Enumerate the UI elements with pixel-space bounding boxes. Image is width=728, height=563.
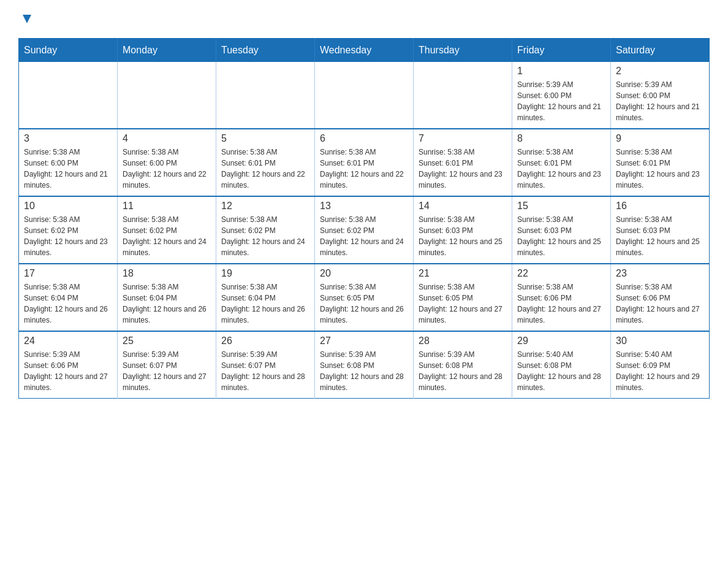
day-info: Sunrise: 5:38 AM Sunset: 6:06 PM Dayligh… [616,282,704,326]
day-info: Sunrise: 5:38 AM Sunset: 6:02 PM Dayligh… [123,214,211,258]
table-cell [19,62,118,129]
day-info: Sunrise: 5:39 AM Sunset: 6:08 PM Dayligh… [419,349,507,393]
table-cell: 1Sunrise: 5:39 AM Sunset: 6:00 PM Daylig… [512,62,611,129]
table-cell: 23Sunrise: 5:38 AM Sunset: 6:06 PM Dayli… [611,264,710,331]
logo [18,12,34,28]
day-number: 30 [616,335,704,347]
day-number: 3 [24,133,112,144]
table-cell: 5Sunrise: 5:38 AM Sunset: 6:01 PM Daylig… [216,129,315,196]
table-cell: 29Sunrise: 5:40 AM Sunset: 6:08 PM Dayli… [512,331,611,399]
day-info: Sunrise: 5:39 AM Sunset: 6:00 PM Dayligh… [517,79,605,123]
day-info: Sunrise: 5:40 AM Sunset: 6:08 PM Dayligh… [517,349,605,393]
day-info: Sunrise: 5:38 AM Sunset: 6:04 PM Dayligh… [123,282,211,326]
day-info: Sunrise: 5:38 AM Sunset: 6:02 PM Dayligh… [320,214,408,258]
day-info: Sunrise: 5:39 AM Sunset: 6:07 PM Dayligh… [221,349,309,393]
table-cell [216,62,315,129]
weekday-header-monday: Monday [118,39,216,63]
day-info: Sunrise: 5:39 AM Sunset: 6:00 PM Dayligh… [616,79,704,123]
day-info: Sunrise: 5:39 AM Sunset: 6:07 PM Dayligh… [123,349,211,393]
day-number: 23 [616,268,704,279]
day-number: 8 [517,133,605,144]
table-cell: 7Sunrise: 5:38 AM Sunset: 6:01 PM Daylig… [414,129,512,196]
day-number: 10 [24,201,112,212]
day-info: Sunrise: 5:38 AM Sunset: 6:04 PM Dayligh… [24,282,112,326]
table-cell: 8Sunrise: 5:38 AM Sunset: 6:01 PM Daylig… [512,129,611,196]
table-cell [414,62,512,129]
weekday-header-tuesday: Tuesday [216,39,315,63]
table-cell: 24Sunrise: 5:39 AM Sunset: 6:06 PM Dayli… [19,331,118,399]
table-cell: 6Sunrise: 5:38 AM Sunset: 6:01 PM Daylig… [315,129,414,196]
day-info: Sunrise: 5:38 AM Sunset: 6:05 PM Dayligh… [320,282,408,326]
table-cell: 3Sunrise: 5:38 AM Sunset: 6:00 PM Daylig… [19,129,118,196]
week-row-4: 17Sunrise: 5:38 AM Sunset: 6:04 PM Dayli… [19,264,710,331]
table-cell: 21Sunrise: 5:38 AM Sunset: 6:05 PM Dayli… [414,264,512,331]
day-number: 21 [419,268,507,279]
day-info: Sunrise: 5:38 AM Sunset: 6:01 PM Dayligh… [320,147,408,191]
day-info: Sunrise: 5:38 AM Sunset: 6:03 PM Dayligh… [517,214,605,258]
table-cell: 20Sunrise: 5:38 AM Sunset: 6:05 PM Dayli… [315,264,414,331]
weekday-header-sunday: Sunday [19,39,118,63]
day-number: 6 [320,133,408,144]
day-info: Sunrise: 5:40 AM Sunset: 6:09 PM Dayligh… [616,349,704,393]
day-number: 27 [320,335,408,347]
day-number: 20 [320,268,408,279]
day-info: Sunrise: 5:38 AM Sunset: 6:01 PM Dayligh… [419,147,507,191]
table-cell: 27Sunrise: 5:39 AM Sunset: 6:08 PM Dayli… [315,331,414,399]
day-number: 4 [123,133,211,144]
calendar-table: SundayMondayTuesdayWednesdayThursdayFrid… [18,38,710,399]
day-number: 14 [419,201,507,212]
day-number: 7 [419,133,507,144]
day-number: 5 [221,133,309,144]
day-info: Sunrise: 5:38 AM Sunset: 6:00 PM Dayligh… [123,147,211,191]
table-cell: 26Sunrise: 5:39 AM Sunset: 6:07 PM Dayli… [216,331,315,399]
week-row-3: 10Sunrise: 5:38 AM Sunset: 6:02 PM Dayli… [19,196,710,264]
table-cell: 18Sunrise: 5:38 AM Sunset: 6:04 PM Dayli… [118,264,216,331]
day-info: Sunrise: 5:38 AM Sunset: 6:05 PM Dayligh… [419,282,507,326]
day-info: Sunrise: 5:38 AM Sunset: 6:02 PM Dayligh… [24,214,112,258]
day-info: Sunrise: 5:38 AM Sunset: 6:01 PM Dayligh… [221,147,309,191]
table-cell: 25Sunrise: 5:39 AM Sunset: 6:07 PM Dayli… [118,331,216,399]
day-info: Sunrise: 5:38 AM Sunset: 6:03 PM Dayligh… [419,214,507,258]
day-number: 2 [616,66,704,77]
weekday-header-saturday: Saturday [611,39,710,63]
day-number: 26 [221,335,309,347]
day-number: 17 [24,268,112,279]
day-info: Sunrise: 5:38 AM Sunset: 6:03 PM Dayligh… [616,214,704,258]
day-number: 15 [517,201,605,212]
table-cell: 15Sunrise: 5:38 AM Sunset: 6:03 PM Dayli… [512,196,611,264]
day-number: 1 [517,66,605,77]
table-cell: 10Sunrise: 5:38 AM Sunset: 6:02 PM Dayli… [19,196,118,264]
table-cell [315,62,414,129]
weekday-header-thursday: Thursday [414,39,512,63]
day-number: 16 [616,201,704,212]
day-number: 24 [24,335,112,347]
day-number: 25 [123,335,211,347]
table-cell: 4Sunrise: 5:38 AM Sunset: 6:00 PM Daylig… [118,129,216,196]
day-number: 19 [221,268,309,279]
table-cell: 12Sunrise: 5:38 AM Sunset: 6:02 PM Dayli… [216,196,315,264]
day-info: Sunrise: 5:38 AM Sunset: 6:04 PM Dayligh… [221,282,309,326]
day-number: 29 [517,335,605,347]
week-row-1: 1Sunrise: 5:39 AM Sunset: 6:00 PM Daylig… [19,62,710,129]
day-number: 18 [123,268,211,279]
day-number: 22 [517,268,605,279]
day-info: Sunrise: 5:38 AM Sunset: 6:01 PM Dayligh… [616,147,704,191]
table-cell: 13Sunrise: 5:38 AM Sunset: 6:02 PM Dayli… [315,196,414,264]
day-info: Sunrise: 5:38 AM Sunset: 6:01 PM Dayligh… [517,147,605,191]
day-info: Sunrise: 5:39 AM Sunset: 6:06 PM Dayligh… [24,349,112,393]
table-cell: 30Sunrise: 5:40 AM Sunset: 6:09 PM Dayli… [611,331,710,399]
day-number: 12 [221,201,309,212]
week-row-2: 3Sunrise: 5:38 AM Sunset: 6:00 PM Daylig… [19,129,710,196]
day-info: Sunrise: 5:39 AM Sunset: 6:08 PM Dayligh… [320,349,408,393]
table-cell: 9Sunrise: 5:38 AM Sunset: 6:01 PM Daylig… [611,129,710,196]
day-info: Sunrise: 5:38 AM Sunset: 6:06 PM Dayligh… [517,282,605,326]
table-cell: 14Sunrise: 5:38 AM Sunset: 6:03 PM Dayli… [414,196,512,264]
day-number: 28 [419,335,507,347]
table-cell [118,62,216,129]
table-cell: 28Sunrise: 5:39 AM Sunset: 6:08 PM Dayli… [414,331,512,399]
day-info: Sunrise: 5:38 AM Sunset: 6:02 PM Dayligh… [221,214,309,258]
week-row-5: 24Sunrise: 5:39 AM Sunset: 6:06 PM Dayli… [19,331,710,399]
table-cell: 19Sunrise: 5:38 AM Sunset: 6:04 PM Dayli… [216,264,315,331]
logo-arrow-icon [20,12,34,26]
day-number: 13 [320,201,408,212]
